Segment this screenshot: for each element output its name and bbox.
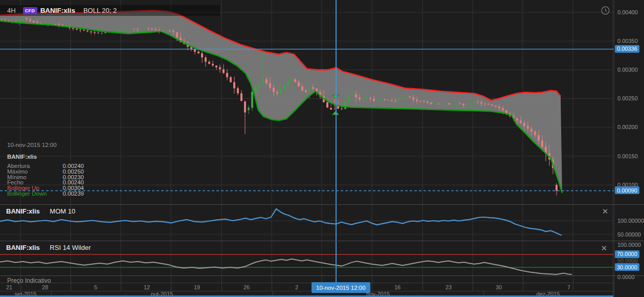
tooltip-symbol: BANIF:xlis (7, 154, 84, 160)
pane-separator (0, 275, 644, 276)
axis-cell-border (423, 283, 423, 291)
axis-cell-border (613, 283, 613, 291)
axis-cell-border (423, 275, 423, 283)
chart-legend: 4H CFD BANIF:xlis BOLL 20; 2 (0, 5, 220, 16)
day-tick-label: 28 (42, 284, 48, 290)
day-tick-label: 26 (243, 284, 250, 290)
cfd-badge: CFD (23, 7, 37, 14)
axis-cell-border (121, 283, 121, 291)
price-axis-label: 0.00250 (617, 95, 638, 101)
ohlc-tooltip: 10-nov-2015 12:00 BANIF:xlis Abertura0.0… (7, 142, 84, 197)
axis-cell-border (473, 275, 473, 283)
day-tick-label: 19 (194, 284, 200, 290)
price-axis-badge: 0.00336 (615, 45, 639, 53)
axis-cell-border (523, 283, 523, 291)
axis-cell-border (171, 283, 171, 291)
axis-cell-border (221, 283, 222, 291)
axis-cell-border (372, 275, 372, 283)
tooltip-row-label: Máximo (7, 169, 28, 175)
axis-cell-border (71, 283, 71, 291)
axis-cell-border (573, 275, 573, 283)
mom-panel-header: BANIF:xlis MOM 10 (6, 207, 75, 215)
rsi-panel-header: BANIF:xlis RSI 14 Wilder (6, 244, 91, 251)
rsi-close-icon[interactable]: ✕ (599, 244, 609, 253)
rsi-indicator-label[interactable]: RSI 14 Wilder (50, 244, 91, 251)
day-tick-label: 30 (496, 284, 502, 290)
axis-cell-border (473, 283, 473, 291)
price-axis-label: 0.00200 (617, 124, 638, 130)
mom-close-icon[interactable]: ✕ (601, 207, 610, 216)
pane-separator[interactable] (0, 204, 644, 205)
day-tick-label: 21 (6, 284, 12, 290)
axis-cell-border (221, 275, 222, 283)
rsi-axis-badge: 30.0000 (615, 263, 639, 271)
symbol-label[interactable]: BANIF:xlis (40, 7, 75, 14)
axis-cell-border (171, 275, 171, 283)
tooltip-row-value: 0.00250 (62, 169, 84, 175)
axis-cell-border (523, 275, 523, 283)
mom-axis-label: 100.00000 (617, 218, 644, 224)
price-axis-badge: 0.00090 (615, 186, 639, 194)
axis-cell-border (272, 283, 272, 291)
price-chart-canvas[interactable] (0, 0, 644, 204)
day-tick-label: 7 (567, 284, 570, 290)
axis-cell-border (121, 275, 121, 283)
crosshair-time-badge: 10-nov-2015 12:00 (312, 282, 370, 293)
timeframe-label[interactable]: 4H (7, 7, 16, 14)
axis-row-border (0, 283, 614, 283)
price-axis-label: 0.00150 (617, 153, 638, 159)
rsi-symbol[interactable]: BANIF:xlis (6, 244, 40, 251)
clock-icon[interactable] (601, 6, 610, 15)
mom-axis-label: 50.00000 (617, 231, 641, 238)
price-axis[interactable]: 0.004000.003500.003000.002500.002000.001… (614, 0, 644, 297)
day-tick-label: 23 (446, 284, 452, 290)
axis-cell-border (613, 275, 613, 283)
rsi-axis-label: 100.0000 (617, 242, 641, 248)
tooltip-row-value: 0.00239 (62, 191, 84, 197)
rsi-indicator-canvas[interactable] (0, 241, 644, 275)
axis-cell-border (573, 283, 573, 291)
price-axis-label: 0.00400 (617, 9, 638, 15)
trading-chart-window: 4H CFD BANIF:xlis BOLL 20; 2 10-nov-2015… (0, 0, 644, 297)
day-tick-label: 5 (94, 284, 97, 290)
mom-indicator-canvas[interactable] (0, 204, 644, 241)
price-axis-label: 0.00300 (617, 67, 638, 73)
mom-symbol[interactable]: BANIF:xlis (6, 207, 40, 215)
day-tick-label: 2 (295, 284, 298, 290)
axis-cell-border (272, 275, 272, 283)
axis-row-border (0, 291, 614, 291)
mom-indicator-label[interactable]: MOM 10 (50, 207, 75, 215)
indicative-price-label: Preço Indicativo (7, 277, 51, 284)
rsi-axis-badge: 70.0000 (615, 250, 639, 258)
tooltip-row-label: Bollinger Down (7, 191, 47, 197)
tooltip-row: Máximo0.00250 (7, 169, 84, 175)
rsi-axis-label: 0.0000 (617, 274, 635, 280)
tooltip-row: Bollinger Down0.00239 (7, 191, 84, 197)
day-tick-label: 16 (394, 284, 401, 290)
price-axis-label: 0.00350 (617, 38, 638, 44)
pane-separator[interactable] (0, 241, 644, 241)
axis-cell-border (322, 275, 322, 283)
axis-cell-border (372, 283, 372, 291)
axis-cell-border (71, 275, 71, 283)
bollinger-indicator-label[interactable]: BOLL 20; 2 (83, 7, 117, 14)
tooltip-datetime: 10-nov-2015 12:00 (7, 142, 84, 148)
day-tick-label: 12 (144, 284, 150, 290)
